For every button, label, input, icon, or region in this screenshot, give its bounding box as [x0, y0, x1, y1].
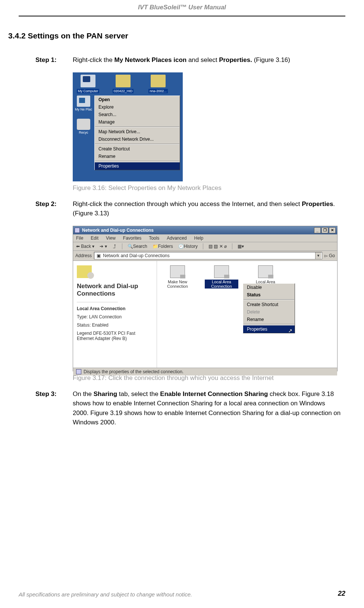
window-titlebar: Network and Dial-up Connections _ ❐ ✕ — [73, 226, 337, 234]
menu-advanced[interactable]: Advanced — [167, 236, 186, 241]
menu-delete: Delete — [243, 308, 295, 316]
connection-context-menu: Disable Status Create Shortcut Delete Re… — [243, 283, 295, 333]
address-input[interactable]: ▣ Network and Dial-up Connections ▼ — [94, 252, 322, 259]
left-pane: Network and Dial-up Connections Local Ar… — [73, 261, 157, 368]
menu-view[interactable]: View — [106, 236, 116, 241]
menu-open[interactable]: Open — [95, 96, 180, 103]
recycle-bin-icon: Recyc — [73, 119, 94, 134]
folders-button[interactable]: 📁Folders — [153, 244, 173, 249]
menubar: File Edit View Favorites Tools Advanced … — [73, 234, 337, 242]
menu-create-shortcut[interactable]: Create Shortcut — [95, 145, 180, 153]
pane-heading: Network and Dial-up Connections — [77, 283, 153, 298]
back-button[interactable]: ⬅ Back ▾ — [76, 244, 94, 249]
local-area-connection-icon[interactable]: Local Area Connection — [205, 265, 238, 289]
page-footer: All specifications are preliminary and s… — [0, 590, 364, 598]
footer-text: All specifications are preliminary and s… — [19, 591, 192, 598]
folder-icon — [77, 265, 92, 278]
toolbar: ⬅ Back ▾ ➔ ▾ ⮥ 🔍Search 📁Folders 🕘History… — [73, 242, 337, 251]
menu-manage[interactable]: Manage — [95, 118, 180, 126]
forward-button[interactable]: ➔ ▾ — [100, 244, 107, 249]
up-button[interactable]: ⮥ — [112, 244, 117, 249]
chevron-down-icon[interactable]: ▼ — [315, 252, 321, 259]
step-3-label: Step 3: — [35, 389, 65, 427]
pane-line: Type: LAN Connection — [77, 314, 153, 319]
search-button[interactable]: 🔍Search — [128, 244, 147, 249]
menu-status[interactable]: Status — [243, 291, 295, 299]
history-button[interactable]: 🕘History — [178, 244, 198, 249]
step-1-text: Right-click the My Network Places icon a… — [73, 55, 290, 65]
step-2-text: Right-click the connection through which… — [73, 199, 342, 218]
menu-map-drive[interactable]: Map Network Drive... — [95, 128, 180, 135]
toolbar-extra[interactable]: ▧ ▧ ✕ ⌀ — [208, 244, 227, 249]
menu-separator — [95, 127, 179, 127]
figure-3-17: Network and Dial-up Connections _ ❐ ✕ Fi… — [73, 226, 338, 371]
menu-disable[interactable]: Disable — [243, 284, 295, 291]
figure-3-16-caption: Figure 3.16: Select Properties on My Net… — [73, 184, 364, 192]
page-number: 22 — [338, 590, 345, 598]
address-bar: Address ▣ Network and Dial-up Connection… — [73, 251, 337, 261]
menu-separator — [95, 161, 179, 162]
desktop-icons: My Computer 020422_HID nna-2002... — [75, 75, 181, 93]
folder-icon: nna-2002... — [145, 75, 171, 93]
step-2-label: Step 2: — [35, 199, 65, 218]
step-3-text: On the Sharing tab, select the Enable In… — [73, 389, 342, 427]
menu-disconnect-drive[interactable]: Disconnect Network Drive... — [95, 135, 180, 143]
menu-rename[interactable]: Rename — [95, 153, 180, 160]
menu-search[interactable]: Search... — [95, 111, 180, 118]
close-button[interactable]: ✕ — [329, 227, 336, 233]
figure-3-17-caption: Figure 3.17: Click the connection throug… — [73, 374, 364, 382]
pane-line: Legend DFE-530TX PCI Fast Ethernet Adapt… — [77, 331, 153, 341]
my-network-places-icon: My Ne Plac — [73, 96, 94, 111]
menu-tools[interactable]: Tools — [149, 236, 159, 241]
pane-line: Status: Enabled — [77, 322, 153, 328]
client-area: Network and Dial-up Connections Local Ar… — [73, 261, 337, 368]
pane-subhead: Local Area Connection — [77, 306, 153, 311]
minimize-button[interactable]: _ — [314, 227, 321, 233]
menu-separator — [244, 324, 294, 325]
context-menu: Open Explore Search... Manage Map Networ… — [94, 96, 180, 170]
menu-edit[interactable]: Edit — [91, 236, 98, 241]
section-title: Settings on the PAN server — [28, 31, 128, 40]
manual-title: IVT BlueSoleil™ User Manual — [0, 0, 364, 13]
make-new-connection-icon[interactable]: Make New Connection — [161, 265, 194, 289]
address-label: Address — [75, 253, 92, 258]
status-text: Displays the properties of the selected … — [84, 369, 183, 374]
folder-icon: 020422_HID — [110, 75, 136, 93]
section-heading: 3.4.2 Settings on the PAN server — [8, 31, 364, 40]
window-title: Network and Dial-up Connections — [82, 228, 154, 233]
my-computer-icon: My Computer — [75, 75, 101, 93]
menu-properties[interactable]: Properties — [243, 325, 295, 333]
menu-rename[interactable]: Rename — [243, 316, 295, 323]
menu-file[interactable]: File — [76, 236, 83, 241]
menu-favorites[interactable]: Favorites — [123, 236, 141, 241]
window-icon — [75, 228, 80, 233]
right-pane: Make New Connection Local Area Connectio… — [157, 261, 337, 368]
step-1-label: Step 1: — [35, 55, 65, 65]
maximize-button[interactable]: ❐ — [321, 227, 328, 233]
toolbar-separator — [232, 243, 232, 249]
section-number: 3.4.2 — [8, 31, 26, 40]
status-icon — [76, 369, 81, 374]
step-2: Step 2: Right-click the connection throu… — [35, 199, 342, 218]
desktop-left-icons: My Ne Plac Recyc — [73, 96, 94, 142]
step-1: Step 1: Right-click the My Network Place… — [35, 55, 342, 65]
step-3: Step 3: On the Sharing tab, select the E… — [35, 389, 342, 427]
menu-separator — [244, 299, 294, 300]
views-button[interactable]: ▦▾ — [238, 244, 244, 249]
header-rule — [19, 16, 345, 16]
status-bar: Displays the properties of the selected … — [73, 368, 337, 375]
menu-create-shortcut[interactable]: Create Shortcut — [243, 301, 295, 308]
address-icon: ▣ — [97, 253, 101, 258]
toolbar-separator — [203, 243, 203, 249]
menu-separator — [95, 144, 179, 144]
address-value: Network and Dial-up Connections — [103, 253, 170, 258]
go-button[interactable]: ▻Go — [324, 253, 335, 258]
figure-3-16: My Computer 020422_HID nna-2002... My Ne… — [73, 72, 183, 181]
toolbar-separator — [122, 243, 122, 249]
menu-properties[interactable]: Properties — [95, 162, 180, 170]
menu-explore[interactable]: Explore — [95, 103, 180, 111]
menu-help[interactable]: Help — [194, 236, 204, 241]
